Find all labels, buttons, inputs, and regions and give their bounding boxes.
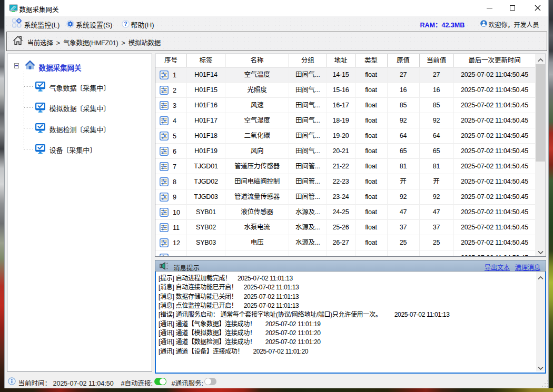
svg-text:?: ? (124, 21, 127, 27)
